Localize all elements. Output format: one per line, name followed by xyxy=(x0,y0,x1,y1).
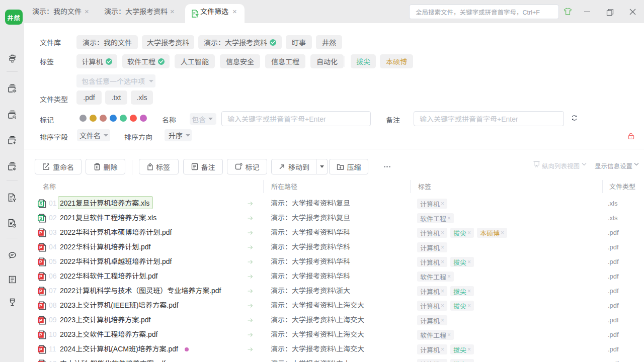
svg-text:S: S xyxy=(39,201,42,206)
svg-text:P: P xyxy=(39,318,42,323)
svg-text:P: P xyxy=(39,230,42,235)
svg-text:P: P xyxy=(39,274,42,279)
svg-text:S: S xyxy=(39,216,42,221)
svg-text:P: P xyxy=(39,245,42,250)
svg-text:P: P xyxy=(39,332,42,337)
svg-text:P: P xyxy=(39,259,42,264)
svg-text:P: P xyxy=(39,347,42,352)
svg-text:P: P xyxy=(39,303,42,308)
svg-text:P: P xyxy=(39,289,42,294)
